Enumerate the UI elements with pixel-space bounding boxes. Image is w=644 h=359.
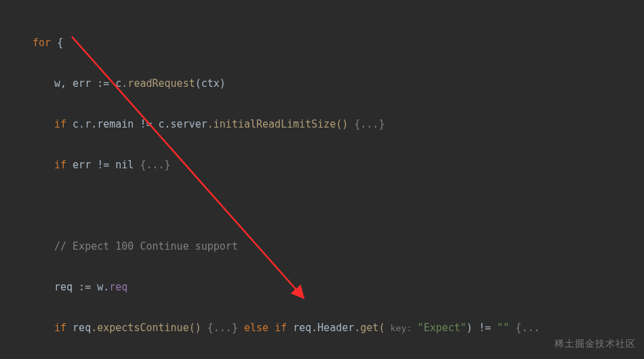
code-line: // Expect 100 Continue support (0, 236, 644, 257)
keyword-for: for (33, 37, 51, 49)
code-line (0, 195, 644, 216)
code-line: if req.expectsContinue() {...} else if r… (0, 318, 644, 339)
code-line: if err != nil {...} (0, 155, 644, 175)
code-line: w, err := c.readRequest(ctx) (0, 73, 644, 94)
code-editor[interactable]: for { w, err := c.readRequest(ctx) if c.… (0, 0, 644, 359)
folded-block[interactable]: {... (509, 322, 540, 334)
code-line: for { (0, 33, 644, 53)
folded-block[interactable]: {...} (134, 159, 170, 171)
param-hint: key: (385, 323, 418, 333)
code-line: req := w.req (0, 277, 644, 297)
comment: // Expect 100 Continue support (54, 240, 238, 252)
folded-block[interactable]: {...} (201, 322, 238, 334)
code-line: if c.r.remain != c.server.initialReadLim… (0, 114, 644, 134)
folded-block[interactable]: {...} (348, 118, 385, 130)
